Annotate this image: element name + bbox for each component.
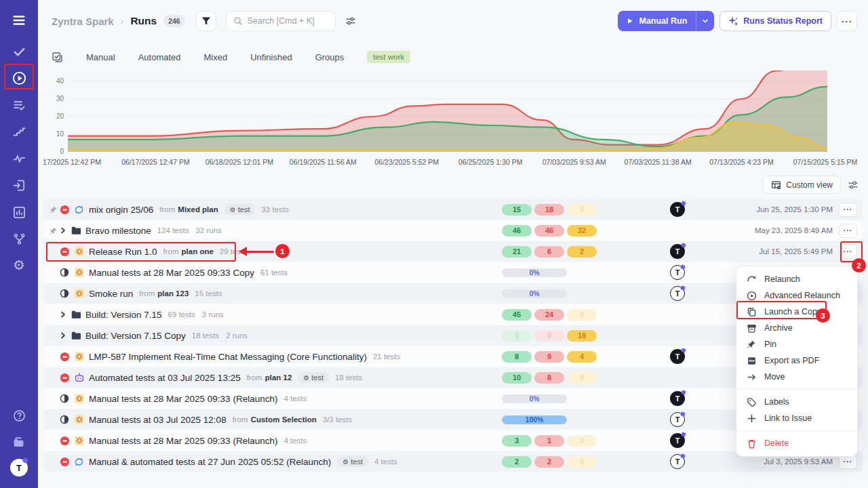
manual-run-caret[interactable] (696, 11, 714, 31)
menu-divider (736, 389, 857, 390)
user-avatar[interactable]: T (10, 459, 28, 476)
menu-item-label: Move (764, 372, 785, 382)
plan-name[interactable]: plan one (182, 247, 214, 256)
run-name[interactable]: Manual tests at 28 Mar 2025 09:33 Copy (89, 268, 254, 278)
assignee-avatar[interactable]: T (670, 454, 685, 469)
activity-icon[interactable] (0, 149, 38, 168)
tag-badge[interactable]: ⚙test (224, 204, 256, 215)
run-name[interactable]: Manual tests at 28 Mar 2025 09:33 (Relau… (89, 394, 277, 404)
plan-name[interactable]: plan 123 (157, 289, 189, 298)
tests-count: 4 tests (283, 436, 307, 445)
tab-groups[interactable]: Groups (315, 52, 344, 62)
sidebar: ⚙ T (0, 0, 38, 488)
assignee-avatar[interactable]: T (670, 349, 685, 364)
custom-view-button[interactable]: Custom view (763, 176, 841, 194)
result-badges: 2162 (502, 246, 597, 258)
assignee-avatar[interactable]: T (670, 433, 685, 448)
run-row[interactable]: Release Run 1.0fromplan one29 tests2162T… (43, 241, 863, 262)
result-badges: 310 (502, 435, 597, 447)
trash-icon (746, 439, 757, 449)
run-row[interactable]: Bravo milestone124 tests32 runs464632May… (43, 220, 863, 241)
assignee-avatar[interactable]: T (670, 412, 685, 427)
menu-item-labels[interactable]: Labels (736, 394, 857, 410)
plan-name[interactable]: Custom Selection (251, 415, 317, 424)
tab-unfinished[interactable]: Unfinished (250, 52, 292, 62)
run-name[interactable]: Manual tests at 03 Jul 2025 12:08 (89, 415, 226, 425)
expand-chevron-icon[interactable] (60, 227, 71, 234)
run-name[interactable]: mix origin 25/06 (89, 205, 153, 215)
badge-red: 8 (534, 372, 564, 384)
run-name[interactable]: Manual & automated tests at 27 Jun 2025 … (89, 457, 331, 467)
tab-manual[interactable]: Manual (86, 52, 115, 62)
row-more-button[interactable]: ··· (839, 224, 857, 238)
select-runs-icon[interactable] (52, 52, 63, 63)
settings-icon[interactable]: ⚙ (0, 256, 38, 274)
menu-item-export-as-pdf[interactable]: PDFExport as PDF (736, 352, 857, 369)
run-row[interactable]: mix origin 25/06fromMixed plan⚙test33 te… (43, 199, 863, 220)
menu-icon[interactable] (0, 11, 38, 30)
menu-item-relaunch[interactable]: Relaunch (736, 271, 857, 287)
pin-icon (49, 205, 60, 214)
assignee-avatar[interactable]: T (670, 286, 685, 301)
test-cases-icon[interactable] (0, 42, 38, 61)
menu-item-archive[interactable]: Archive (736, 320, 857, 336)
breadcrumb-project[interactable]: Zyntra Spark (52, 16, 114, 27)
app-window: ⚙ T Zyntra Spark › Runs 246 Manual Run R… (0, 0, 868, 488)
menu-item-link-to-issue[interactable]: Link to Issue (736, 410, 857, 426)
run-name[interactable]: Build: Version 7.15 (85, 310, 162, 320)
docs-icon[interactable] (0, 433, 38, 452)
progress-bar: 100% (502, 415, 567, 424)
menu-item-delete[interactable]: Delete (736, 435, 857, 451)
tag-badge[interactable]: ⚙test (298, 372, 329, 383)
manual-run-button[interactable]: Manual Run (618, 11, 714, 31)
assignee-avatar[interactable]: T (670, 202, 685, 217)
menu-item-pin[interactable]: Pin (736, 336, 857, 352)
menu-item-advanced-relaunch[interactable]: Advanced Relaunch (736, 287, 857, 304)
tag-filter-test-work[interactable]: test work (367, 51, 410, 63)
header-more-button[interactable]: ··· (837, 11, 857, 31)
plan-name[interactable]: Mixed plan (178, 205, 218, 214)
annotation-step-3: 3 (816, 308, 830, 323)
runs-trend-chart (68, 70, 827, 152)
assignee-avatar[interactable]: T (670, 244, 685, 259)
inbox-icon[interactable] (0, 176, 38, 195)
run-name[interactable]: Automated tests at 03 Jul 2025 13:25 (89, 373, 241, 383)
expand-chevron-icon[interactable] (60, 332, 71, 339)
runs-icon[interactable] (0, 68, 38, 87)
plan-name[interactable]: plan 12 (265, 373, 292, 382)
avatar-notch (680, 264, 686, 270)
status-in-progress-icon (60, 394, 74, 403)
result-badges: 894 (502, 351, 597, 363)
manual-run-icon (74, 393, 89, 404)
search-input-wrap[interactable] (226, 11, 336, 31)
table-settings-icon[interactable] (848, 180, 859, 190)
tab-automated[interactable]: Automated (138, 52, 181, 62)
expand-chevron-icon[interactable] (60, 311, 71, 318)
pinMenu-icon (746, 340, 757, 349)
help-icon[interactable] (0, 406, 38, 425)
assignee-avatar[interactable]: T (670, 391, 685, 406)
tab-mixed[interactable]: Mixed (204, 52, 228, 62)
tag-badge[interactable]: ⚙test (337, 456, 368, 467)
run-name[interactable]: Release Run 1.0 (89, 247, 157, 257)
row-more-button[interactable]: ··· (839, 245, 857, 259)
row-more-button[interactable]: ··· (839, 203, 857, 217)
steps-icon[interactable] (0, 122, 38, 141)
run-name[interactable]: Build: Version 7.15 Copy (85, 331, 186, 341)
run-name[interactable]: Manual tests at 28 Mar 2025 09:33 (Relau… (89, 436, 277, 446)
search-settings-icon[interactable] (345, 16, 356, 26)
menu-item-move[interactable]: Move (736, 369, 857, 385)
assignee-avatar[interactable]: T (670, 265, 685, 280)
reports-icon[interactable] (0, 203, 38, 222)
from-label: from (163, 247, 179, 256)
filter-button[interactable] (196, 11, 216, 31)
mixed-run-icon (74, 205, 89, 215)
milestones-icon[interactable] (0, 229, 38, 248)
runs-status-report-button[interactable]: Runs Status Report (719, 11, 831, 31)
test-plans-icon[interactable] (0, 96, 38, 115)
run-name[interactable]: Smoke run (89, 289, 133, 299)
run-name[interactable]: Bravo milestone (85, 226, 151, 236)
search-input[interactable] (248, 16, 322, 26)
run-name[interactable]: LMP-587 Implement Real-Time Chat Messagi… (89, 352, 367, 362)
menu-item-launch-a-copy[interactable]: Launch a Copy (736, 304, 857, 320)
